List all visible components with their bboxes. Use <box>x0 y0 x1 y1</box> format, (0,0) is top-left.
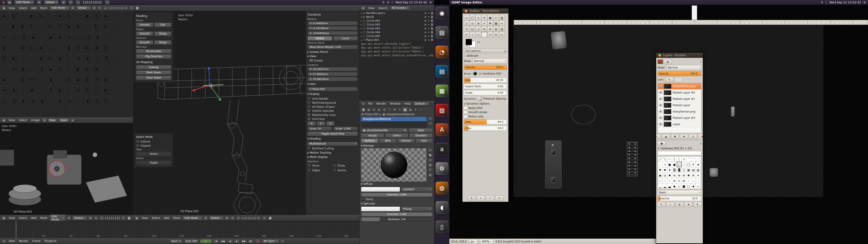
selectability-toggle-icon[interactable]: ➤ <box>428 39 430 41</box>
rotate-tool[interactable]: ↻ <box>464 26 469 32</box>
layer-name[interactable]: Pasted Layer #1 <box>673 97 695 100</box>
align-tool[interactable]: ▦ <box>493 21 499 26</box>
expand-checkbox[interactable] <box>136 144 140 147</box>
delete-options-button[interactable]: ✕ <box>486 195 494 201</box>
disclosure-triangle-icon[interactable]: ▸ <box>361 20 362 22</box>
brush-cell[interactable]: ◯ <box>686 162 691 167</box>
main-3d-viewport[interactable]: User Ortho Meters (0) Plane.003 Shading … <box>133 11 360 215</box>
visibility-toggle-icon[interactable]: ◉ <box>424 31 426 33</box>
layer-dots[interactable] <box>108 6 128 10</box>
translate-manipulator-icon[interactable]: ✥ <box>224 216 229 220</box>
render-toggle-icon[interactable]: ◙ <box>431 12 433 14</box>
color-picker-tool[interactable]: ⊙ <box>470 21 475 26</box>
uv-view-menu[interactable]: View <box>7 118 17 122</box>
move-tool[interactable]: ✥ <box>487 21 493 26</box>
layer-row[interactable]: Pasted Layer #3 <box>658 115 701 121</box>
pivot-select[interactable]: Global▾ <box>72 216 87 220</box>
render-toggle-icon[interactable]: ◙ <box>431 39 433 41</box>
grid-scale-field[interactable]: Scale: 1.000 <box>333 126 358 131</box>
render-toggle-icon[interactable]: ◙ <box>431 31 433 33</box>
measure-tool[interactable]: ⌖ <box>482 21 487 26</box>
outliner-scope-select[interactable]: All Scenes▾ <box>390 6 410 10</box>
overlay-seams-checkbox[interactable] <box>333 169 336 172</box>
outliner-item-circle.061[interactable]: ▸ ◯ Circle.061 ◉➤◙ <box>360 19 434 23</box>
display-title[interactable]: ▾ Display <box>307 92 358 96</box>
tab-material[interactable]: ◉ <box>403 107 408 112</box>
brush-cell[interactable]: ● <box>667 162 672 167</box>
cursor-z-field[interactable]: Z: 25.89228cm <box>307 77 358 81</box>
tab-data[interactable]: ▽ <box>397 107 403 112</box>
paintbrush-tool[interactable]: ≀ <box>470 32 475 37</box>
session-gear-icon[interactable]: ⚙ <box>429 1 432 4</box>
viewport-add-menu[interactable]: Add <box>30 6 38 10</box>
anchor-layer-button[interactable]: ⚓ <box>689 134 697 139</box>
scale-manipulator-icon[interactable]: ⊿ <box>103 6 108 10</box>
layer-row[interactable]: Pasted Layer <box>658 102 701 109</box>
duplicate-brush-button[interactable]: ⊞ <box>675 202 684 207</box>
close-icon[interactable] <box>658 54 661 57</box>
opacity-slider[interactable]: Opacity100.0 <box>464 65 507 70</box>
tab-modifiers[interactable]: ✚ <box>392 107 397 112</box>
viewport-view-menu[interactable]: View <box>7 216 17 220</box>
view-title[interactable]: ▾ View <box>307 54 358 59</box>
render-toggle-icon[interactable]: ◙ <box>431 20 433 22</box>
delete-brush-button[interactable]: ✖ <box>684 202 692 207</box>
visibility-toggle-icon[interactable]: ◉ <box>424 20 426 22</box>
brush-cell[interactable]: ● <box>672 162 677 167</box>
brush-cell[interactable]: ˘ <box>691 156 696 162</box>
vertices-smooth-button[interactable]: Smooth <box>136 40 153 45</box>
current-frame-field[interactable]: 1 <box>200 239 212 243</box>
outliner[interactable]: ▸ ▤ RenderLayers ◉➤◙▸ ◍ World ◉➤◙▸ ◯ Cir… <box>360 11 434 41</box>
crop-tool[interactable]: ✂ <box>499 21 505 26</box>
brush-cell[interactable]: ✸ <box>662 167 667 173</box>
aspect-ratio-slider[interactable]: Aspect Ratio0.00 <box>464 84 507 89</box>
pasted-image-small[interactable] <box>710 168 718 177</box>
tab-texture[interactable]: ▨ <box>408 107 413 112</box>
edges-smooth-button[interactable]: Smooth <box>136 31 153 36</box>
paths-tool[interactable]: ʃ <box>464 21 469 26</box>
launcher-item-trash[interactable]: ▯ <box>436 220 448 233</box>
volume-tab[interactable]: Volume <box>397 139 414 143</box>
brush-cell[interactable]: ∴ <box>662 178 667 183</box>
dynamics-name[interactable]: Pressure Opacity <box>483 97 506 100</box>
uv-image-menu[interactable]: Image <box>30 118 41 122</box>
previous-keyframe-button[interactable]: ◀◀ <box>220 239 226 243</box>
specular-intensity-slider[interactable]: Intensity: 1.000 <box>361 212 433 216</box>
sound-indicator-icon[interactable]: ♪ <box>825 1 827 4</box>
scale-manipulator-icon[interactable]: ⊿ <box>99 216 104 220</box>
specular-shader-select[interactable]: Phong▾ <box>401 207 433 211</box>
translate-manipulator-icon[interactable]: ✥ <box>88 216 93 220</box>
selectability-toggle-icon[interactable]: ➤ <box>428 31 430 33</box>
layer-row[interactable]: Pasted Layer #2 <box>658 89 701 96</box>
toolbox-titlebar[interactable]: Toolbox - Tool Options <box>463 8 508 13</box>
foreground-color-swatch[interactable] <box>466 39 472 45</box>
secondary-3d-viewport[interactable]: User Ortho Meters (0) Plane.003 <box>0 123 133 215</box>
pivot-select[interactable]: Global▾ <box>44 0 59 4</box>
overlay-sharp-checkbox[interactable] <box>333 164 336 167</box>
brush-cell[interactable]: ✺ <box>667 173 672 178</box>
shading-mode-select[interactable]: Multitexture▾ <box>307 142 358 146</box>
selectability-toggle-icon[interactable]: ➤ <box>428 27 430 30</box>
brush-cell[interactable]: · <box>696 156 701 162</box>
editor-type-icon[interactable]: ▤ <box>361 6 366 10</box>
viewport-mesh-menu[interactable]: Mesh <box>172 216 182 220</box>
flow-slider[interactable]: Flow10.0 <box>464 126 507 131</box>
lock-alpha-button[interactable] <box>675 77 683 82</box>
sync-mode-select[interactable]: No Sync▾ <box>262 239 279 243</box>
new-layer-button[interactable]: ＋ <box>656 134 661 139</box>
jump-to-start-button[interactable]: |◀ <box>213 239 219 243</box>
brush-cell[interactable]: ▒ <box>672 167 677 173</box>
render-toggle-icon[interactable]: ◙ <box>431 23 433 26</box>
scale-tool[interactable]: ◱ <box>470 26 475 32</box>
layer-row[interactable]: sharpSensor.png <box>658 109 701 115</box>
chevron-left-icon[interactable]: ◂ <box>700 142 702 145</box>
layer-name[interactable]: Pasted Layer #2 <box>673 91 695 94</box>
close-icon[interactable] <box>465 9 468 13</box>
outliner-search-menu[interactable]: Search <box>377 6 389 10</box>
mode-select[interactable]: Edit Mode▾ <box>182 216 202 220</box>
lock-pixels-button[interactable]: ✎ <box>665 77 673 82</box>
outliner-item-label[interactable]: Circle.062 <box>367 23 380 26</box>
airbrush-tool[interactable]: ∴ <box>482 32 487 37</box>
uv-image-editor[interactable]: ▪║◦▮≡◌▪╳◦▮≡▪◦▮▪║◌≡╳▪▮◦║≡≡◌║▪◦▮▪≡◌╳▮◦▮◦≡║… <box>0 11 133 117</box>
editor-type-icon[interactable]: ▧ <box>1 118 6 122</box>
